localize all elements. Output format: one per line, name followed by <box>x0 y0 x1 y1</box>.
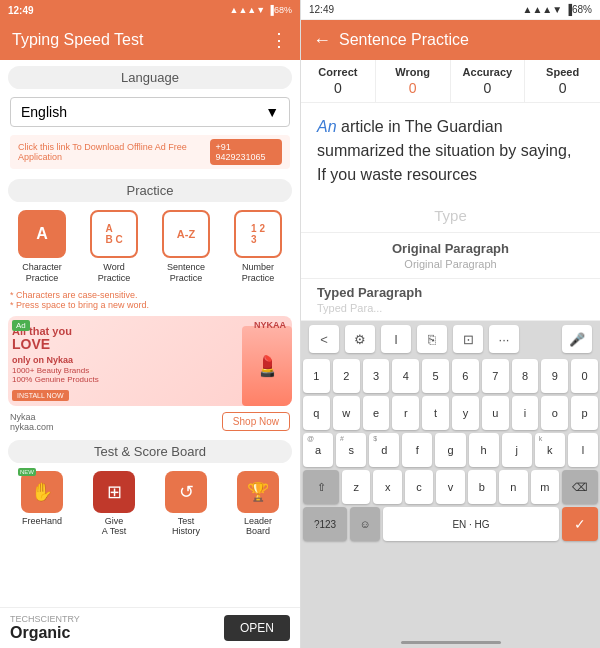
key-t[interactable]: t <box>422 396 449 430</box>
sentence-rest: article in The Guardian summarized the s… <box>317 118 571 183</box>
kb-clipboard-btn[interactable]: ⎘ <box>417 325 447 353</box>
left-status-icons: ▲▲▲▼ ▐68% <box>229 5 292 15</box>
right-signal: ▲▲▲▼ ▐68% <box>523 4 592 15</box>
type-input-area[interactable]: Type <box>301 199 600 233</box>
practice-item-character[interactable]: A CharacterPractice <box>8 210 76 284</box>
kb-row-numbers: 1 2 3 4 5 6 7 8 9 0 <box>303 359 598 393</box>
ad-title: All that youLOVEonly on Nykaa <box>12 325 238 365</box>
bottom-ad: TECHSCIENTRY Organic OPEN <box>0 607 300 648</box>
key-m[interactable]: m <box>531 470 559 504</box>
kb-mic-btn[interactable]: 🎤 <box>562 325 592 353</box>
key-f[interactable]: f <box>402 433 432 467</box>
key-1[interactable]: 1 <box>303 359 330 393</box>
key-g[interactable]: g <box>435 433 465 467</box>
key-8[interactable]: 8 <box>512 359 539 393</box>
key-7[interactable]: 7 <box>482 359 509 393</box>
practice-item-number[interactable]: 1 23 NumberPractice <box>224 210 292 284</box>
key-n[interactable]: n <box>499 470 527 504</box>
key-0[interactable]: 0 <box>571 359 598 393</box>
key-u[interactable]: u <box>482 396 509 430</box>
key-e[interactable]: e <box>363 396 390 430</box>
menu-icon[interactable]: ⋮ <box>270 29 288 51</box>
typed-paragraph-section: Typed Paragraph Typed Para... <box>301 279 600 321</box>
ad-product-image[interactable]: Ad All that youLOVEonly on Nykaa 1000+ B… <box>8 316 292 406</box>
language-section-label: Language <box>8 66 292 89</box>
shop-now-button[interactable]: Shop Now <box>222 412 290 431</box>
kb-row-zxcv: ⇧ z x c v b n m ⌫ <box>303 470 598 504</box>
key-r[interactable]: r <box>392 396 419 430</box>
space-key[interactable]: EN · HG <box>383 507 559 541</box>
kb-emoji2-btn[interactable]: ⊡ <box>453 325 483 353</box>
key-j[interactable]: j <box>502 433 532 467</box>
key-9[interactable]: 9 <box>541 359 568 393</box>
leader-board-icon: 🏆 <box>237 471 279 513</box>
key-z[interactable]: z <box>342 470 370 504</box>
sentence-icon: A-Z <box>162 210 210 258</box>
number-label: NumberPractice <box>242 262 275 284</box>
score-item-give-test[interactable]: ⊞ GiveA Test <box>80 471 148 538</box>
language-select[interactable]: English ▼ <box>10 97 290 127</box>
backspace-key[interactable]: ⌫ <box>562 470 598 504</box>
key-q[interactable]: q <box>303 396 330 430</box>
kb-back-btn[interactable]: < <box>309 325 339 353</box>
app-title: Typing Speed Test <box>12 31 143 49</box>
key-c[interactable]: c <box>405 470 433 504</box>
right-header: ← Sentence Practice <box>301 20 600 60</box>
key-i[interactable]: i <box>512 396 539 430</box>
practice-item-word[interactable]: AB C WordPractice <box>80 210 148 284</box>
key-l[interactable]: l <box>568 433 598 467</box>
key-4[interactable]: 4 <box>392 359 419 393</box>
key-o[interactable]: o <box>541 396 568 430</box>
original-paragraph-subtitle: Original Paragraph <box>317 258 584 270</box>
key-p[interactable]: p <box>571 396 598 430</box>
key-v[interactable]: v <box>436 470 464 504</box>
score-item-freehand[interactable]: NEW ✋ FreeHand <box>8 471 76 538</box>
key-a[interactable]: @a <box>303 433 333 467</box>
open-button[interactable]: OPEN <box>224 615 290 641</box>
give-test-label: GiveA Test <box>102 516 126 538</box>
word-label: WordPractice <box>98 262 131 284</box>
key-k[interactable]: kk <box>535 433 565 467</box>
practice-section-label: Practice <box>8 179 292 202</box>
right-time: 12:49 <box>309 4 334 15</box>
kb-cursor-btn[interactable]: I <box>381 325 411 353</box>
practice-item-sentence[interactable]: A-Z SentencePractice <box>152 210 220 284</box>
shift-key[interactable]: ⇧ <box>303 470 339 504</box>
key-6[interactable]: 6 <box>452 359 479 393</box>
score-item-leader-board[interactable]: 🏆 LeaderBoard <box>224 471 292 538</box>
key-d[interactable]: $d <box>369 433 399 467</box>
left-time: 12:49 <box>8 5 34 16</box>
key-b[interactable]: b <box>468 470 496 504</box>
key-x[interactable]: x <box>373 470 401 504</box>
kb-settings-btn[interactable]: ⚙ <box>345 325 375 353</box>
sym-key[interactable]: ?123 <box>303 507 347 541</box>
key-h[interactable]: h <box>469 433 499 467</box>
type-placeholder: Type <box>434 207 467 224</box>
ad-banner[interactable]: Click this link To Download Offline Ad F… <box>10 135 290 169</box>
kb-more-btn[interactable]: ··· <box>489 325 519 353</box>
key-3[interactable]: 3 <box>363 359 390 393</box>
ad-company: Nykaanykaa.com <box>10 412 54 432</box>
key-w[interactable]: w <box>333 396 360 430</box>
score-item-test-history[interactable]: ↺ TestHistory <box>152 471 220 538</box>
practice-grid: A CharacterPractice AB C WordPractice A-… <box>0 206 300 288</box>
back-button[interactable]: ← <box>313 30 331 51</box>
enter-key[interactable]: ✓ <box>562 507 598 541</box>
ad-install-btn[interactable]: INSTALL NOW <box>12 390 69 401</box>
key-s[interactable]: #s <box>336 433 366 467</box>
stat-correct: Correct 0 <box>301 60 376 102</box>
ad-phone[interactable]: +91 9429231065 <box>210 139 282 165</box>
ad-text: Click this link To Download Offline Ad F… <box>18 142 210 162</box>
kb-row-asdf: @a #s $d f g h j kk l <box>303 433 598 467</box>
ad-tag: Ad <box>12 320 30 331</box>
key-2[interactable]: 2 <box>333 359 360 393</box>
bottom-ad-name: Organic <box>10 624 80 642</box>
key-5[interactable]: 5 <box>422 359 449 393</box>
stat-wrong: Wrong 0 <box>376 60 451 102</box>
emoji-key[interactable]: ☺ <box>350 507 380 541</box>
original-paragraph-title: Original Paragraph <box>317 241 584 256</box>
key-y[interactable]: y <box>452 396 479 430</box>
brand-logo: NYKAA <box>254 320 286 330</box>
ad-figure: 💄 <box>242 326 292 406</box>
number-icon: 1 23 <box>234 210 282 258</box>
